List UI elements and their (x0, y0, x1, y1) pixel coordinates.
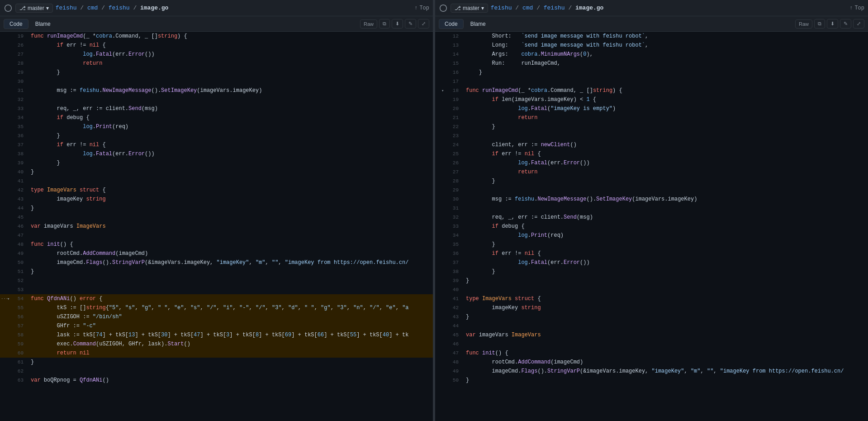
table-row: 45 var imageVars ImageVars (435, 330, 868, 340)
line-num: 24 (435, 140, 462, 149)
line-num: ▾ 18 (435, 86, 462, 95)
download-button-right[interactable]: ⬇ (827, 19, 838, 29)
line-code: type ImageVars struct { (27, 186, 433, 195)
right-code-area[interactable]: 12 Short: `send image message with feish… (435, 32, 868, 421)
line-num: 40 (435, 285, 462, 294)
line-num: 43 (0, 195, 27, 204)
line-code: return (462, 167, 868, 177)
table-row: 33 if debug { (435, 222, 868, 231)
line-code: tkS := []string{"5", "s", "g", " ", "e",… (27, 303, 433, 312)
right-toolbar: Code Blame Raw ⧉ ⬇ ✎ ⤢ (435, 16, 868, 32)
line-num: 37 (0, 140, 27, 149)
line-code: imageCmd.Flags().StringVarP(&imageVars.i… (27, 258, 433, 267)
line-num: 37 (435, 258, 462, 267)
line-num: 42 (435, 303, 462, 312)
download-button-left[interactable]: ⬇ (392, 19, 403, 29)
line-code: } (27, 68, 433, 77)
line-num: 34 (435, 231, 462, 240)
breadcrumb-feishu2-right[interactable]: feishu (544, 5, 565, 11)
line-num: ··· ▾ 54 (0, 294, 27, 303)
top-button-right[interactable]: ↑ Top (849, 5, 864, 11)
top-button-left[interactable]: ↑ Top (414, 5, 429, 11)
line-num: 35 (435, 240, 462, 249)
branch-icon-right: ⎇ (455, 5, 461, 11)
line-num: 31 (435, 204, 462, 213)
line-num: 33 (0, 104, 27, 113)
line-code: } (462, 267, 868, 276)
table-row: 41 type ImageVars struct { (435, 294, 868, 303)
table-row: 49 rootCmd.AddCommand(imageCmd) (0, 249, 433, 258)
table-row: 36 } (0, 131, 433, 140)
line-code (27, 77, 433, 86)
raw-button-right[interactable]: Raw (795, 19, 812, 29)
top-label-right: Top (854, 5, 864, 11)
line-code: imageKey string (462, 303, 868, 312)
table-row: 13 Long: `send image message with feishu… (435, 41, 868, 50)
tab-blame-left[interactable]: Blame (29, 19, 57, 29)
table-row: 24 client, err := newClient() (435, 140, 868, 149)
line-num: 45 (435, 330, 462, 340)
table-row: 48 func init() { (0, 240, 433, 249)
line-num: 42 (0, 186, 27, 195)
line-code: func runImageCmd(_ *cobra.Command, _ []s… (462, 86, 868, 95)
table-row: 41 (0, 177, 433, 186)
branch-button-left[interactable]: ⎇ master ▾ (15, 4, 53, 13)
table-row: 45 (0, 213, 433, 222)
line-code: lask := tkS[74] + tkS[13] + tkS[30] + tk… (27, 330, 433, 340)
branch-chevron-right: ▾ (481, 5, 484, 11)
table-row: 20 log.Fatal("imageKey is empty") (435, 104, 868, 113)
line-code: Long: `send image message with feishu ro… (462, 41, 868, 50)
line-code: } (27, 204, 433, 213)
copy-button-right[interactable]: ⧉ (814, 19, 825, 29)
table-row: 38 log.Fatal(err.Error()) (0, 149, 433, 158)
edit-button-left[interactable]: ✎ (405, 19, 416, 29)
right-header: ⎇ master ▾ feishu / cmd / feishu / image… (435, 0, 868, 16)
breadcrumb-left: feishu / cmd / feishu / image.go (56, 5, 169, 11)
copy-button-left[interactable]: ⧉ (379, 19, 390, 29)
line-code: } (462, 122, 868, 131)
breadcrumb-cmd-left[interactable]: cmd (87, 5, 98, 11)
tab-blame-right[interactable]: Blame (465, 19, 492, 29)
table-row: 31 msg := feishu.NewImageMessage().SetIm… (0, 86, 433, 95)
tab-code-left[interactable]: Code (4, 19, 28, 29)
line-num: 28 (0, 59, 27, 68)
breadcrumb-feishu-left[interactable]: feishu (56, 5, 77, 11)
expand-button-left[interactable]: ⤢ (418, 19, 429, 29)
breadcrumb-feishu-right[interactable]: feishu (491, 5, 512, 11)
line-num: 26 (435, 158, 462, 167)
line-code: req, _, err := client.Send(msg) (462, 213, 868, 222)
line-num: 38 (0, 149, 27, 158)
table-row: ▾ 18 func runImageCmd(_ *cobra.Command, … (435, 86, 868, 95)
tab-code-right[interactable]: Code (439, 19, 464, 29)
line-num: 57 (0, 321, 27, 330)
table-row: 34 log.Print(req) (435, 231, 868, 240)
left-code-area[interactable]: 19 func runImageCmd(_ *cobra.Command, _ … (0, 32, 433, 421)
branch-button-right[interactable]: ⎇ master ▾ (451, 4, 488, 13)
line-code: } (462, 376, 868, 385)
line-num: 49 (0, 249, 27, 258)
table-row: 61 } (0, 358, 433, 367)
table-row: 37 if err != nil { (0, 140, 433, 149)
line-code: } (462, 240, 868, 249)
table-row: 43 imageKey string (0, 195, 433, 204)
line-num: 27 (0, 50, 27, 59)
edit-button-right[interactable]: ✎ (840, 19, 851, 29)
line-num: 35 (0, 122, 27, 131)
line-code: } (27, 267, 433, 276)
line-code: msg := feishu.NewImageMessage().SetImage… (462, 195, 868, 204)
breadcrumb-feishu2-left[interactable]: feishu (109, 5, 130, 11)
line-code: if debug { (462, 222, 868, 231)
table-row: 19 func runImageCmd(_ *cobra.Command, _ … (0, 32, 433, 41)
line-num: 27 (435, 167, 462, 177)
table-row: 19 if len(imageVars.imageKey) < 1 { (435, 95, 868, 104)
line-code: log.Fatal(err.Error()) (27, 50, 433, 59)
line-num: 36 (435, 249, 462, 258)
table-row: 42 imageKey string (435, 303, 868, 312)
table-row: 17 (435, 77, 868, 86)
breadcrumb-cmd-right[interactable]: cmd (522, 5, 533, 11)
raw-button-left[interactable]: Raw (360, 19, 377, 29)
line-code: if err != nil { (462, 149, 868, 158)
expand-button-right[interactable]: ⤢ (853, 19, 864, 29)
table-row: 44 (435, 321, 868, 330)
table-row: 50 } (435, 376, 868, 385)
